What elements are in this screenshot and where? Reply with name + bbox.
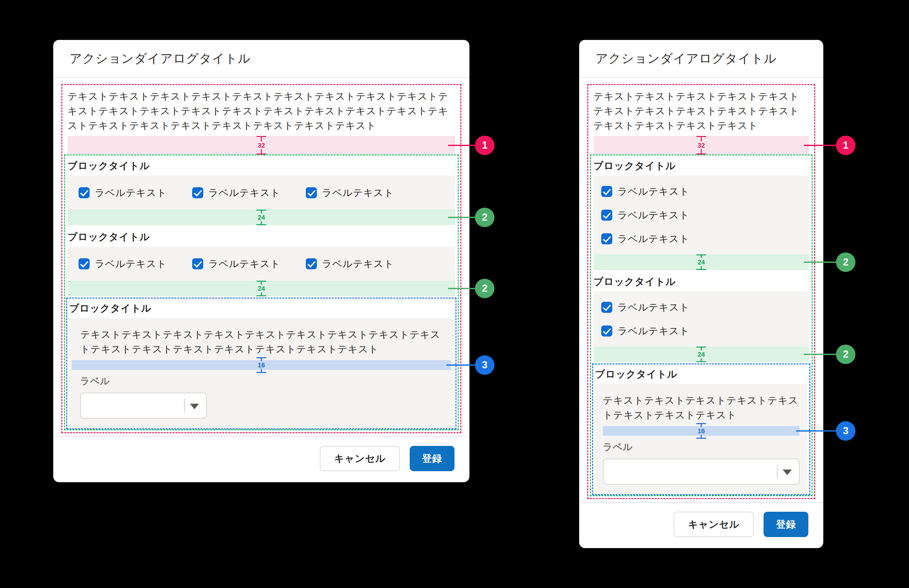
checkbox-checked-icon[interactable]: [601, 233, 612, 244]
spacing-value: 16: [697, 427, 706, 435]
block-title: ブロックタイトル: [594, 275, 809, 289]
spacing-bar-32: 32: [594, 136, 809, 155]
action-dialog-desktop: アクションダイアログタイトル テキストテキストテキストテキストテキストテキストテ…: [53, 40, 469, 482]
checkbox-checked-icon[interactable]: [601, 210, 612, 221]
spacing-bar-32: 32: [68, 136, 455, 155]
select-input[interactable]: [603, 459, 800, 485]
checkbox-item[interactable]: ラベルテキスト: [79, 256, 167, 271]
select-divider: [184, 399, 185, 413]
measure-cap: [696, 153, 706, 155]
spacing-bar-24: 24: [68, 281, 455, 296]
block-text: テキストテキストテキストテキストテキストテキストテキストテキスト: [603, 393, 800, 422]
form-panel: テキストテキストテキストテキストテキストテキストテキストテキスト 16 ラベル: [595, 384, 807, 494]
spacing-value: 24: [697, 351, 706, 358]
checkbox-group: ラベルテキスト ラベルテキスト ラベルテキスト: [68, 247, 455, 281]
annotation-badge-2: 2: [836, 345, 856, 364]
spacing-value: 32: [697, 142, 706, 149]
block-title: ブロックタイトル: [594, 159, 809, 173]
select-field-label: ラベル: [80, 374, 443, 388]
annotation-badge-3: 3: [836, 421, 856, 441]
submit-button[interactable]: 登録: [410, 446, 454, 471]
checkbox-label: ラベルテキスト: [209, 256, 280, 271]
checkbox-checked-icon[interactable]: [306, 187, 317, 198]
dialog-content: テキストテキストテキストテキストテキストテキストテキストテキストテキストテキスト…: [53, 78, 469, 433]
checkbox-checked-icon[interactable]: [79, 258, 90, 269]
measure-cap: [696, 438, 706, 439]
annotation-badge-1: 1: [836, 136, 856, 155]
checkbox-group: ラベルテキスト ラベルテキスト ラベルテキスト: [68, 176, 455, 210]
annotation-outline-red: テキストテキストテキストテキストテキストテキストテキストテキストテキストテキスト…: [587, 84, 815, 499]
annotation-outline-green: ブロックタイトル ラベルテキスト ラベルテキスト ラベルテキスト: [64, 155, 459, 430]
checkbox-checked-icon[interactable]: [192, 258, 203, 269]
spec-canvas: アクションダイアログタイトル テキストテキストテキストテキストテキストテキストテ…: [0, 0, 909, 588]
select-field-label: ラベル: [603, 440, 800, 454]
dialog-title: アクションダイアログタイトル: [70, 50, 251, 67]
measure-cap: [257, 224, 266, 225]
block-text: テキストテキストテキストテキストテキストテキストテキストテキストテキストテキスト…: [80, 327, 443, 356]
dialog-header: アクションダイアログタイトル: [579, 40, 823, 78]
form-panel: テキストテキストテキストテキストテキストテキストテキストテキストテキストテキスト…: [69, 318, 453, 428]
spacing-bar-24: 24: [594, 254, 809, 270]
measure-cap: [257, 153, 266, 155]
select-input[interactable]: [80, 393, 207, 418]
submit-button[interactable]: 登録: [763, 512, 808, 537]
select-divider: [777, 464, 778, 479]
checkbox-item[interactable]: ラベルテキスト: [601, 300, 801, 315]
checkbox-checked-icon[interactable]: [192, 187, 203, 198]
checkbox-item[interactable]: ラベルテキスト: [601, 323, 801, 338]
spacing-value: 24: [257, 213, 266, 221]
spacing-bar-16: 16: [72, 360, 451, 370]
checkbox-item[interactable]: ラベルテキスト: [306, 185, 394, 200]
checkbox-checked-icon[interactable]: [306, 258, 317, 269]
dialog-header: アクションダイアログタイトル: [53, 40, 469, 78]
checkbox-item[interactable]: ラベルテキスト: [601, 231, 801, 246]
caret-down-icon: [783, 470, 792, 475]
annotation-badge-2: 2: [475, 279, 495, 298]
spacing-value: 32: [257, 142, 266, 149]
checkbox-group: ラベルテキスト ラベルテキスト ラベルテキスト: [594, 176, 809, 254]
checkbox-group: ラベルテキスト ラベルテキスト: [594, 291, 809, 347]
checkbox-item[interactable]: ラベルテキスト: [192, 185, 280, 200]
cancel-button[interactable]: キャンセル: [320, 446, 400, 471]
checkbox-label: ラベルテキスト: [322, 256, 394, 271]
checkbox-label: ラベルテキスト: [618, 323, 689, 338]
annotation-badge-2: 2: [475, 208, 495, 227]
measure-cap: [257, 372, 266, 373]
intro-text: テキストテキストテキストテキストテキストテキストテキストテキストテキストテキスト…: [594, 89, 809, 133]
checkbox-checked-icon[interactable]: [601, 302, 612, 313]
annotation-outline-green: ブロックタイトル ラベルテキスト ラベルテキスト ラベルテキスト: [590, 155, 813, 496]
action-dialog-mobile: アクションダイアログタイトル テキストテキストテキストテキストテキストテキストテ…: [579, 40, 823, 548]
block-title: ブロックタイトル: [595, 367, 807, 381]
spacing-bar-16: 16: [603, 426, 800, 436]
annotation-badge-2: 2: [836, 252, 856, 272]
block-title: ブロックタイトル: [68, 230, 455, 244]
dialog-footer: キャンセル 登録: [579, 502, 823, 548]
checkbox-label: ラベルテキスト: [95, 185, 167, 200]
spacing-bar-24: 24: [594, 347, 809, 362]
checkbox-label: ラベルテキスト: [618, 208, 689, 222]
checkbox-item[interactable]: ラベルテキスト: [601, 184, 801, 199]
annotation-badge-1: 1: [475, 136, 495, 155]
dialog-title: アクションダイアログタイトル: [595, 50, 776, 67]
annotation-outline-blue: ブロックタイトル テキストテキストテキストテキストテキストテキストテキストテキス…: [66, 297, 456, 429]
checkbox-item[interactable]: ラベルテキスト: [192, 256, 280, 271]
checkbox-label: ラベルテキスト: [618, 231, 689, 246]
intro-text: テキストテキストテキストテキストテキストテキストテキストテキストテキストテキスト…: [68, 89, 455, 133]
cancel-button[interactable]: キャンセル: [674, 512, 754, 537]
checkbox-item[interactable]: ラベルテキスト: [79, 185, 167, 200]
checkbox-label: ラベルテキスト: [95, 256, 167, 271]
spacing-value: 24: [257, 284, 266, 292]
checkbox-item[interactable]: ラベルテキスト: [306, 256, 394, 271]
measure-cap: [696, 361, 706, 362]
spacing-value: 24: [697, 258, 706, 266]
block-title: ブロックタイトル: [69, 301, 453, 315]
checkbox-label: ラベルテキスト: [618, 184, 689, 199]
caret-down-icon: [190, 404, 199, 409]
checkbox-checked-icon[interactable]: [79, 187, 90, 198]
checkbox-checked-icon[interactable]: [601, 186, 612, 197]
annotation-badge-3: 3: [475, 355, 495, 375]
checkbox-item[interactable]: ラベルテキスト: [601, 208, 801, 222]
checkbox-checked-icon[interactable]: [601, 325, 612, 336]
measure-cap: [257, 295, 266, 296]
checkbox-label: ラベルテキスト: [322, 185, 394, 200]
